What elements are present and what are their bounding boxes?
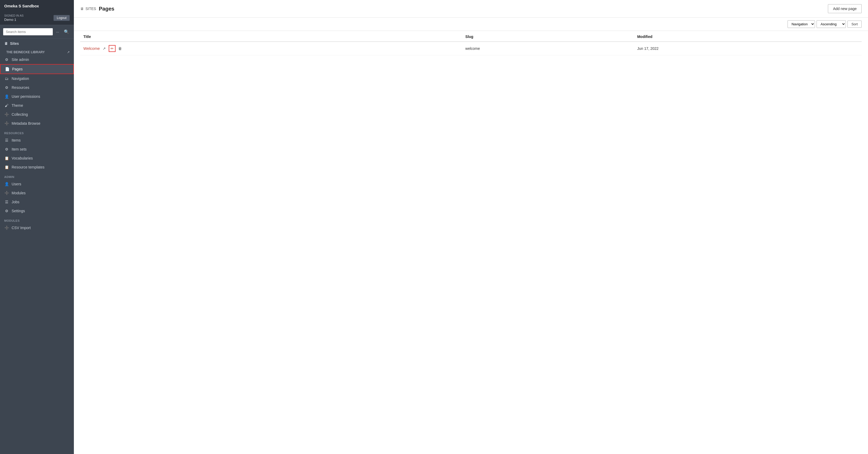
main-content: 🖥 SITES Pages Add new page Navigation Ti… (74, 0, 868, 454)
breadcrumb-monitor-icon: 🖥 (80, 7, 84, 11)
settings-icon: ⚙ (4, 209, 9, 213)
sites-label: Sites (10, 41, 19, 45)
items-icon: ☰ (4, 138, 9, 142)
users-icon: 👤 (4, 182, 9, 186)
view-page-button[interactable]: ↗ (101, 45, 107, 52)
pages-item[interactable]: 📄 Pages (0, 64, 74, 74)
monitor-icon: 🖥 (4, 41, 8, 45)
table-row: Welcome ↗ ✏ 🗑 welcome Jun 17, 2022 (80, 42, 862, 55)
vocabularies-item[interactable]: 📋 Vocabularies (0, 154, 74, 163)
navigation-label: Navigation (11, 76, 29, 81)
resources-item[interactable]: ⚙ Resources (0, 83, 74, 92)
page-modified-cell: Jun 17, 2022 (634, 42, 862, 55)
vocabularies-icon: 📋 (4, 156, 9, 160)
content-area: Title Slug Modified Welcome ↗ (74, 31, 868, 454)
sidebar: Omeka S Sandbox SIGNED IN AS Demo 1 Logo… (0, 0, 74, 454)
site-admin-icon: ⚙ (4, 58, 9, 62)
modules-icon: ➕ (4, 191, 9, 195)
page-slug-cell: welcome (462, 42, 634, 55)
sort-direction-select[interactable]: Ascending Descending (816, 20, 846, 28)
user-info-bar: SIGNED IN AS Demo 1 Logout (0, 12, 74, 25)
breadcrumb-sites-label: SITES (86, 7, 96, 11)
navigation-icon: 🗂 (4, 76, 9, 81)
edit-page-button[interactable]: ✏ (109, 45, 116, 52)
site-name-label: THE BEINECKE LIBRARY (6, 51, 45, 54)
header-left: 🖥 SITES Pages (80, 6, 114, 12)
jobs-label: Jobs (11, 200, 20, 204)
resources-label: Resources (11, 86, 29, 90)
theme-label: Theme (11, 103, 23, 107)
col-modified: Modified (634, 31, 862, 42)
users-item[interactable]: 👤 Users (0, 180, 74, 189)
logout-button[interactable]: Logout (54, 15, 70, 21)
settings-item[interactable]: ⚙ Settings (0, 206, 74, 216)
pages-label: Pages (12, 67, 23, 71)
page-title-link[interactable]: Welcome (83, 46, 100, 51)
col-slug: Slug (462, 31, 634, 42)
modules-section-label: MODULES (0, 216, 74, 223)
csv-import-label: CSV Import (11, 226, 31, 230)
external-link-icon[interactable]: ↗ (67, 51, 70, 54)
navigation-item[interactable]: 🗂 Navigation (0, 74, 74, 83)
modules-item[interactable]: ➕ Modules (0, 189, 74, 197)
resource-templates-label: Resource templates (11, 165, 44, 169)
collecting-label: Collecting (11, 112, 28, 117)
site-admin-label: Site admin (11, 58, 29, 62)
row-actions: ↗ ✏ 🗑 (101, 45, 123, 52)
user-permissions-label: User permissions (11, 94, 40, 99)
site-name-row: THE BEINECKE LIBRARY ↗ (0, 48, 74, 55)
settings-label: Settings (11, 209, 25, 213)
resources-section-label: RESOURCES (0, 128, 74, 136)
item-sets-item[interactable]: ⚙ Item sets (0, 145, 74, 154)
search-options-button[interactable]: ··· (54, 29, 61, 35)
theme-item[interactable]: 🖌 Theme (0, 101, 74, 110)
items-item[interactable]: ☰ Items (0, 136, 74, 145)
users-label: Users (11, 182, 21, 186)
user-permissions-item[interactable]: 👤 User permissions (0, 92, 74, 101)
main-header: 🖥 SITES Pages Add new page (74, 0, 868, 18)
table-header-row: Title Slug Modified (80, 31, 862, 42)
app-title-text: Omeka S Sandbox (4, 4, 39, 8)
collecting-icon: ➕ (4, 112, 9, 117)
signed-in-as-label: SIGNED IN AS (4, 14, 24, 17)
metadata-browse-icon: ➕ (4, 121, 9, 126)
page-title-cell: Welcome ↗ ✏ 🗑 (80, 42, 462, 55)
metadata-browse-item[interactable]: ➕ Metadata Browse (0, 119, 74, 128)
sites-nav-item[interactable]: 🖥 Sites (4, 41, 19, 45)
jobs-icon: ☰ (4, 200, 9, 204)
search-button[interactable]: 🔍 (62, 28, 71, 35)
pages-table: Title Slug Modified Welcome ↗ (80, 31, 862, 55)
sites-section-header: 🖥 Sites (0, 39, 74, 48)
sort-button[interactable]: Sort (847, 21, 862, 28)
theme-icon: 🖌 (4, 103, 9, 107)
sort-field-select[interactable]: Navigation Title Slug (787, 20, 815, 28)
site-admin-item[interactable]: ⚙ Site admin (0, 55, 74, 64)
user-permissions-icon: 👤 (4, 94, 9, 99)
page-title: Pages (99, 6, 114, 12)
resource-templates-icon: 📋 (4, 165, 9, 169)
jobs-item[interactable]: ☰ Jobs (0, 197, 74, 206)
resource-templates-item[interactable]: 📋 Resource templates (0, 163, 74, 172)
search-input[interactable] (3, 28, 53, 35)
delete-page-button[interactable]: 🗑 (117, 45, 123, 52)
username-label: Demo 1 (4, 18, 24, 22)
add-new-page-button[interactable]: Add new page (828, 4, 862, 13)
pages-icon: 📄 (5, 67, 9, 71)
user-info: SIGNED IN AS Demo 1 (4, 14, 24, 22)
app-title: Omeka S Sandbox (0, 0, 74, 12)
resources-icon: ⚙ (4, 86, 9, 90)
item-sets-label: Item sets (11, 147, 27, 151)
items-label: Items (11, 138, 21, 142)
modules-label: Modules (11, 191, 26, 195)
csv-import-item[interactable]: ➕ CSV Import (0, 223, 74, 232)
breadcrumb[interactable]: 🖥 SITES (80, 7, 96, 11)
col-title: Title (80, 31, 462, 42)
metadata-browse-label: Metadata Browse (11, 121, 40, 126)
item-sets-icon: ⚙ (4, 147, 9, 151)
admin-section-label: ADMIN (0, 172, 74, 180)
content-toolbar: Navigation Title Slug Ascending Descendi… (74, 18, 868, 31)
search-bar: ··· 🔍 (0, 25, 74, 39)
csv-import-icon: ➕ (4, 226, 9, 230)
collecting-item[interactable]: ➕ Collecting (0, 110, 74, 119)
vocabularies-label: Vocabularies (11, 156, 33, 160)
